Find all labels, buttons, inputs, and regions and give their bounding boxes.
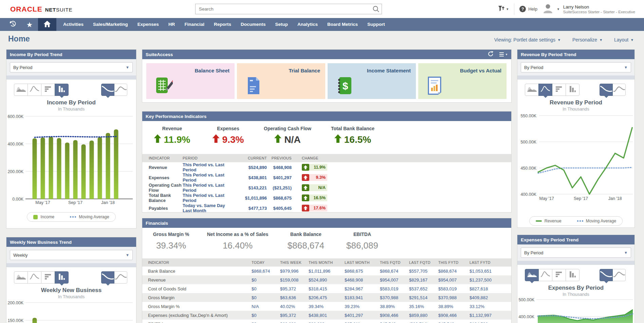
nav-item-board-metrics[interactable]: Board Metrics (323, 18, 363, 31)
kpi-previous-value[interactable]: $401,297 (267, 172, 292, 183)
weekly-period-select[interactable]: Weekly▼ (10, 250, 133, 260)
kpi-previous-value[interactable]: $468,908 (267, 162, 292, 172)
fin-value[interactable]: 40.02% (280, 302, 309, 311)
kpi-previous-value[interactable]: $405,645 (267, 203, 292, 213)
tile-budget-vs-actual[interactable]: Budget vs Actual (418, 63, 507, 99)
revenue-period-select[interactable]: By Period▼ (521, 62, 631, 72)
expenses-area-chart[interactable]: 500.00K400.00K (517, 297, 635, 323)
vbar-chart-type-button[interactable] (55, 84, 69, 96)
nav-item-documents[interactable]: Documents (236, 18, 271, 31)
nav-item-expenses[interactable]: Expenses (133, 18, 164, 31)
viewing-settings-menu[interactable]: Viewing: Portlet date settings▼ (494, 37, 561, 42)
fin-value[interactable]: $206,475 (309, 293, 345, 302)
fin-value[interactable]: $829,167 (409, 275, 438, 284)
fin-value[interactable]: 33.12% (470, 302, 512, 311)
nav-item-activities[interactable]: Activities (58, 18, 88, 31)
fin-value[interactable]: 35.16% (409, 302, 438, 311)
fin-value[interactable]: 39.34% (309, 302, 345, 311)
line-chart-type-button[interactable] (538, 269, 552, 281)
fin-value[interactable]: 38.89% (380, 302, 409, 311)
kpi-period-link[interactable]: Today vs. Same Day Last Month (183, 203, 234, 213)
fin-value[interactable]: $1,237,500 (470, 275, 512, 284)
fin-value[interactable]: $537,652 (409, 284, 438, 293)
fin-value[interactable]: $159,008 (280, 275, 309, 284)
fin-value[interactable]: $0 (252, 320, 280, 323)
trend-view-button[interactable] (101, 271, 114, 284)
fin-value[interactable]: $557,705 (409, 267, 438, 275)
shortcuts-button[interactable]: ★ (21, 18, 38, 31)
vbar-chart-type-button[interactable] (55, 271, 69, 284)
hbar-chart-type-button[interactable] (41, 271, 55, 284)
fin-value[interactable]: $868,675 (345, 267, 380, 275)
portlet-header[interactable]: Revenue By Period Trend (517, 50, 634, 59)
fin-value[interactable]: $583,019 (380, 284, 409, 293)
area-chart-type-button[interactable] (14, 84, 28, 96)
kpi-current-value[interactable]: $524,890 (234, 162, 267, 172)
portlet-header[interactable]: Financials (142, 218, 511, 228)
fin-value[interactable]: $868,674 (380, 267, 409, 275)
line-chart-type-button[interactable] (27, 84, 41, 96)
fin-value[interactable]: 39.23% (345, 302, 380, 311)
nav-item-analytics[interactable]: Analytics (293, 18, 323, 31)
expenses-period-select[interactable]: By Period▼ (521, 248, 631, 258)
fin-value[interactable]: $95,372 (280, 284, 309, 293)
kpi-period-link[interactable]: This Period vs. Last Period (183, 162, 234, 172)
tile-income-statement[interactable]: Income Statement$ (328, 63, 416, 99)
fin-value[interactable]: $67,611 (345, 320, 380, 323)
recent-records-button[interactable] (4, 18, 21, 31)
fin-value[interactable]: $318,415 (309, 284, 345, 293)
tile-trial-balance[interactable]: Trial Balance (237, 63, 325, 99)
trend-alt-view-button[interactable] (612, 269, 626, 281)
fin-value[interactable]: $827,618 (470, 284, 512, 293)
line-chart-type-button[interactable] (27, 271, 41, 284)
portlet-header[interactable]: Weekly New Business Trend (6, 237, 136, 247)
help-button[interactable]: ? Help (519, 6, 537, 12)
nav-item-sales-marketing[interactable]: Sales/Marketing (88, 18, 133, 31)
hbar-chart-type-button[interactable] (552, 84, 566, 96)
nav-item-support[interactable]: Support (363, 18, 390, 31)
kpi-current-value[interactable]: $143,221 (234, 183, 267, 193)
portlet-header[interactable]: Key Performance Indicators (142, 112, 511, 121)
fin-value[interactable]: $1,053,651 (470, 267, 512, 275)
fin-value[interactable]: $908,466 (438, 311, 470, 320)
fin-value[interactable]: $1,132,997 (470, 311, 512, 320)
fin-value[interactable]: $524,890 (309, 275, 345, 284)
vbar-chart-type-button[interactable] (566, 84, 579, 96)
kpi-current-value[interactable]: $1,011,896 (234, 193, 267, 203)
portlet-header[interactable]: Income By Period Trend (6, 50, 136, 59)
area-chart-type-button[interactable] (14, 271, 28, 284)
fin-value[interactable]: $868,674 (438, 267, 470, 275)
fin-value[interactable]: $0 (252, 311, 280, 320)
fin-value[interactable]: $63,636 (280, 320, 309, 323)
fin-value[interactable]: $183,941 (345, 293, 380, 302)
trend-view-button[interactable] (101, 84, 114, 96)
fin-value[interactable]: $1,011,896 (309, 267, 345, 275)
nav-item-financial[interactable]: Financial (180, 18, 209, 31)
trend-alt-view-button[interactable] (612, 84, 626, 96)
kpi-previous-value[interactable]: ($21,251) (267, 183, 292, 193)
fin-value[interactable]: N/A (252, 302, 280, 311)
fin-value[interactable]: ($30,714) (409, 320, 438, 323)
kpi-current-value[interactable]: $477,173 (234, 203, 267, 213)
hbar-chart-type-button[interactable] (41, 84, 55, 96)
fin-value[interactable]: $95,372 (280, 311, 309, 320)
area-chart-type-button[interactable] (525, 269, 539, 281)
kpi-period-link[interactable]: This Period vs. Last Period (183, 193, 234, 203)
quick-add-button[interactable]: ▼ (497, 5, 509, 14)
netsuite-logo[interactable]: ORACLE NETSUITE (10, 5, 72, 13)
trend-view-button[interactable] (600, 269, 613, 281)
fin-value[interactable]: $908,466 (380, 311, 409, 320)
fin-value[interactable]: $954,007 (380, 275, 409, 284)
portlet-header[interactable]: Expenses By Period Trend (517, 235, 634, 244)
fin-value[interactable]: $438,801 (309, 311, 345, 320)
fin-value[interactable]: $86,089 (309, 320, 345, 323)
kpi-period-link[interactable]: This Period vs. Last Period (183, 183, 234, 193)
user-menu[interactable]: ▼ Larry Nelson SuiteSuccess Starter - St… (542, 3, 635, 15)
home-tab[interactable] (38, 18, 56, 31)
fin-value[interactable]: $370,988 (438, 293, 470, 302)
fin-value[interactable]: 38.89% (438, 302, 470, 311)
fin-value[interactable]: $0 (252, 284, 280, 293)
search-input[interactable] (195, 4, 382, 14)
fin-value[interactable]: $401,297 (345, 311, 380, 320)
fin-value[interactable]: $0 (252, 275, 280, 284)
